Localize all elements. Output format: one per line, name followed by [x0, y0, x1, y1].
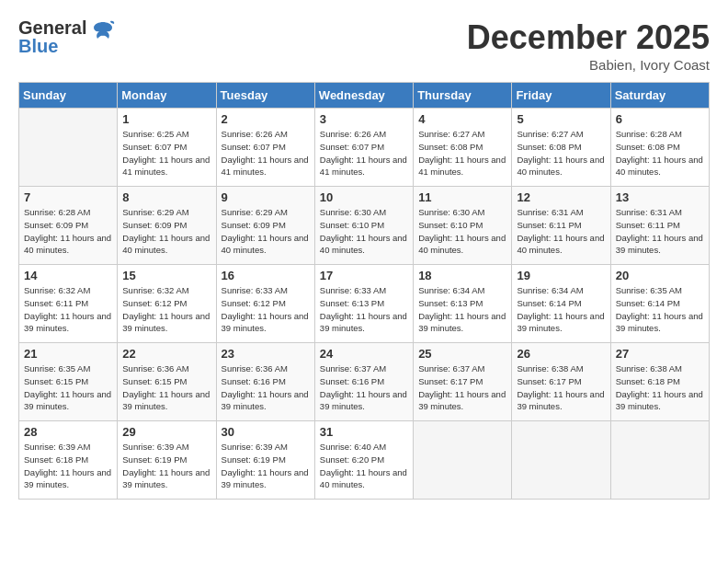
day-number: 25 — [418, 347, 506, 361]
day-info: Sunrise: 6:30 AMSunset: 6:10 PMDaylight:… — [418, 206, 506, 257]
day-info: Sunrise: 6:27 AMSunset: 6:08 PMDaylight:… — [418, 128, 506, 178]
calendar-cell: 15 Sunrise: 6:32 AMSunset: 6:12 PMDaylig… — [118, 265, 216, 343]
logo-blue: Blue — [18, 37, 86, 55]
calendar-cell: 26 Sunrise: 6:38 AMSunset: 6:17 PMDaylig… — [512, 343, 610, 421]
calendar-cell: 11 Sunrise: 6:30 AMSunset: 6:10 PMDaylig… — [414, 187, 512, 265]
title-section: December 2025 Babien, Ivory Coast — [467, 18, 710, 73]
location-title: Babien, Ivory Coast — [467, 57, 710, 73]
day-number: 30 — [222, 425, 310, 439]
day-info: Sunrise: 6:38 AMSunset: 6:18 PMDaylight:… — [616, 362, 704, 413]
day-number: 17 — [320, 269, 408, 282]
day-number: 26 — [517, 347, 605, 361]
calendar-cell: 28 Sunrise: 6:39 AMSunset: 6:18 PMDaylig… — [19, 421, 118, 500]
calendar-header-row: Sunday Monday Tuesday Wednesday Thursday… — [19, 83, 710, 109]
day-number: 1 — [122, 112, 210, 126]
calendar-cell: 29 Sunrise: 6:39 AMSunset: 6:19 PMDaylig… — [118, 421, 216, 500]
day-number: 8 — [122, 190, 210, 204]
calendar-cell — [610, 421, 709, 500]
day-info: Sunrise: 6:39 AMSunset: 6:19 PMDaylight:… — [222, 441, 310, 491]
calendar-cell: 22 Sunrise: 6:36 AMSunset: 6:15 PMDaylig… — [118, 343, 216, 421]
day-number: 11 — [418, 190, 506, 204]
day-number: 13 — [616, 190, 704, 204]
day-info: Sunrise: 6:36 AMSunset: 6:15 PMDaylight:… — [122, 362, 210, 413]
day-number: 10 — [320, 190, 408, 204]
day-info: Sunrise: 6:35 AMSunset: 6:14 PMDaylight:… — [616, 284, 704, 335]
day-info: Sunrise: 6:26 AMSunset: 6:07 PMDaylight:… — [222, 128, 310, 178]
page-header: General Blue December 2025 Babien, Ivory… — [18, 18, 710, 73]
day-info: Sunrise: 6:37 AMSunset: 6:17 PMDaylight:… — [418, 362, 506, 413]
day-number: 7 — [24, 190, 112, 204]
day-number: 21 — [24, 347, 112, 361]
day-info: Sunrise: 6:39 AMSunset: 6:18 PMDaylight:… — [24, 441, 112, 491]
day-info: Sunrise: 6:33 AMSunset: 6:13 PMDaylight:… — [320, 284, 408, 335]
calendar-cell: 17 Sunrise: 6:33 AMSunset: 6:13 PMDaylig… — [314, 265, 413, 343]
day-number: 31 — [320, 425, 408, 439]
calendar-cell: 23 Sunrise: 6:36 AMSunset: 6:16 PMDaylig… — [216, 343, 314, 421]
calendar-cell: 10 Sunrise: 6:30 AMSunset: 6:10 PMDaylig… — [314, 187, 413, 265]
day-number: 9 — [222, 190, 310, 204]
calendar-cell: 8 Sunrise: 6:29 AMSunset: 6:09 PMDayligh… — [118, 187, 216, 265]
day-number: 3 — [320, 112, 408, 126]
calendar-cell: 5 Sunrise: 6:27 AMSunset: 6:08 PMDayligh… — [512, 109, 610, 187]
day-number: 14 — [24, 269, 112, 282]
calendar-cell: 16 Sunrise: 6:33 AMSunset: 6:12 PMDaylig… — [216, 265, 314, 343]
calendar-week-row: 1 Sunrise: 6:25 AMSunset: 6:07 PMDayligh… — [19, 109, 710, 187]
calendar-cell — [512, 421, 610, 500]
day-info: Sunrise: 6:27 AMSunset: 6:08 PMDaylight:… — [517, 128, 605, 178]
day-info: Sunrise: 6:38 AMSunset: 6:17 PMDaylight:… — [517, 362, 605, 413]
calendar-cell: 27 Sunrise: 6:38 AMSunset: 6:18 PMDaylig… — [610, 343, 709, 421]
calendar-cell: 13 Sunrise: 6:31 AMSunset: 6:11 PMDaylig… — [610, 187, 709, 265]
day-info: Sunrise: 6:26 AMSunset: 6:07 PMDaylight:… — [320, 128, 408, 178]
logo-bird-icon — [90, 18, 116, 48]
day-number: 4 — [418, 112, 506, 126]
header-thursday: Thursday — [414, 83, 512, 109]
day-info: Sunrise: 6:31 AMSunset: 6:11 PMDaylight:… — [616, 206, 704, 257]
day-info: Sunrise: 6:30 AMSunset: 6:10 PMDaylight:… — [320, 206, 408, 257]
day-number: 27 — [616, 347, 704, 361]
day-number: 23 — [222, 347, 310, 361]
day-info: Sunrise: 6:36 AMSunset: 6:16 PMDaylight:… — [222, 362, 310, 413]
calendar-cell: 4 Sunrise: 6:27 AMSunset: 6:08 PMDayligh… — [414, 109, 512, 187]
calendar-cell: 21 Sunrise: 6:35 AMSunset: 6:15 PMDaylig… — [19, 343, 118, 421]
day-info: Sunrise: 6:33 AMSunset: 6:12 PMDaylight:… — [222, 284, 310, 335]
month-title: December 2025 — [467, 18, 710, 57]
header-tuesday: Tuesday — [216, 83, 314, 109]
day-info: Sunrise: 6:34 AMSunset: 6:14 PMDaylight:… — [517, 284, 605, 335]
header-monday: Monday — [118, 83, 216, 109]
header-friday: Friday — [512, 83, 610, 109]
day-info: Sunrise: 6:25 AMSunset: 6:07 PMDaylight:… — [122, 128, 210, 178]
day-info: Sunrise: 6:40 AMSunset: 6:20 PMDaylight:… — [320, 441, 408, 491]
day-number: 12 — [517, 190, 605, 204]
day-number: 28 — [24, 425, 112, 439]
calendar-cell: 25 Sunrise: 6:37 AMSunset: 6:17 PMDaylig… — [414, 343, 512, 421]
calendar-cell: 18 Sunrise: 6:34 AMSunset: 6:13 PMDaylig… — [414, 265, 512, 343]
calendar-cell: 3 Sunrise: 6:26 AMSunset: 6:07 PMDayligh… — [314, 109, 413, 187]
day-info: Sunrise: 6:29 AMSunset: 6:09 PMDaylight:… — [122, 206, 210, 257]
day-info: Sunrise: 6:31 AMSunset: 6:11 PMDaylight:… — [517, 206, 605, 257]
header-wednesday: Wednesday — [314, 83, 413, 109]
calendar-cell: 6 Sunrise: 6:28 AMSunset: 6:08 PMDayligh… — [610, 109, 709, 187]
calendar-cell: 30 Sunrise: 6:39 AMSunset: 6:19 PMDaylig… — [216, 421, 314, 500]
calendar-cell: 12 Sunrise: 6:31 AMSunset: 6:11 PMDaylig… — [512, 187, 610, 265]
calendar-week-row: 21 Sunrise: 6:35 AMSunset: 6:15 PMDaylig… — [19, 343, 710, 421]
day-number: 15 — [122, 269, 210, 282]
day-number: 5 — [517, 112, 605, 126]
calendar-cell: 14 Sunrise: 6:32 AMSunset: 6:11 PMDaylig… — [19, 265, 118, 343]
day-info: Sunrise: 6:32 AMSunset: 6:12 PMDaylight:… — [122, 284, 210, 335]
calendar-cell: 9 Sunrise: 6:29 AMSunset: 6:09 PMDayligh… — [216, 187, 314, 265]
calendar-cell: 1 Sunrise: 6:25 AMSunset: 6:07 PMDayligh… — [118, 109, 216, 187]
day-info: Sunrise: 6:29 AMSunset: 6:09 PMDaylight:… — [222, 206, 310, 257]
calendar-cell: 2 Sunrise: 6:26 AMSunset: 6:07 PMDayligh… — [216, 109, 314, 187]
calendar-cell: 31 Sunrise: 6:40 AMSunset: 6:20 PMDaylig… — [314, 421, 413, 500]
calendar-cell: 20 Sunrise: 6:35 AMSunset: 6:14 PMDaylig… — [610, 265, 709, 343]
calendar-cell: 24 Sunrise: 6:37 AMSunset: 6:16 PMDaylig… — [314, 343, 413, 421]
calendar-cell — [414, 421, 512, 500]
day-info: Sunrise: 6:34 AMSunset: 6:13 PMDaylight:… — [418, 284, 506, 335]
day-number: 24 — [320, 347, 408, 361]
calendar-week-row: 7 Sunrise: 6:28 AMSunset: 6:09 PMDayligh… — [19, 187, 710, 265]
day-number: 19 — [517, 269, 605, 282]
day-number: 29 — [122, 425, 210, 439]
day-info: Sunrise: 6:37 AMSunset: 6:16 PMDaylight:… — [320, 362, 408, 413]
day-number: 20 — [616, 269, 704, 282]
calendar-cell — [19, 109, 118, 187]
